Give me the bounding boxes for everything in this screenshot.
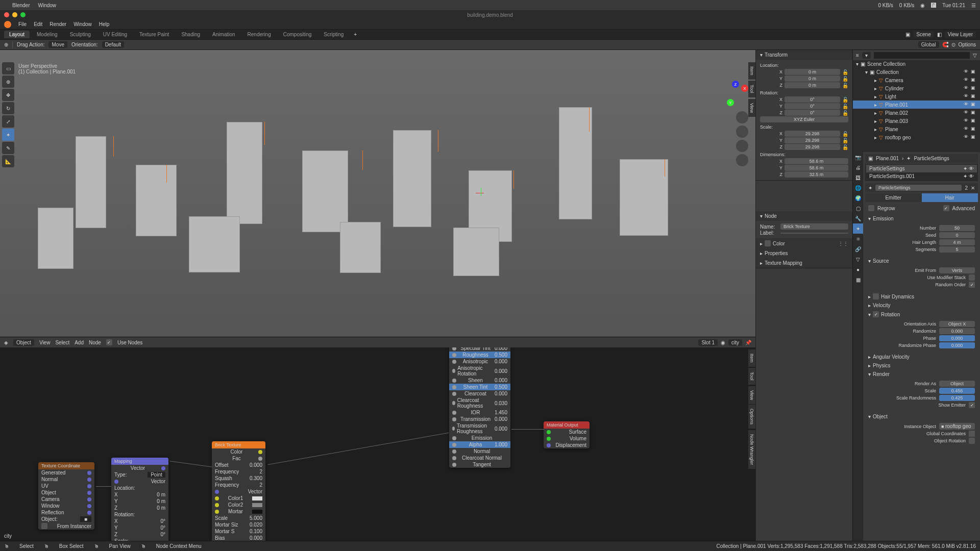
close-icon[interactable] (4, 12, 9, 17)
nav-gizmo[interactable]: X Y Z (723, 81, 748, 106)
dim-y[interactable]: 58.6 m (785, 165, 848, 171)
tab-modeling[interactable]: Modeling (32, 31, 63, 38)
menu-view[interactable]: View (39, 340, 51, 345)
axis-y-icon[interactable]: Y (727, 99, 734, 106)
hair-tab[interactable]: Hair (922, 193, 978, 202)
texmap-subpanel[interactable]: ▸ Texture Mapping (756, 258, 852, 268)
emitter-tab[interactable]: Emitter (865, 193, 922, 202)
scale-tool[interactable]: ⤢ (2, 115, 14, 128)
transform-tool[interactable]: ✦ (2, 129, 14, 141)
tab-constraints[interactable]: 🔗 (853, 244, 863, 254)
dim-x[interactable]: 58.6 m (785, 158, 848, 164)
pin-icon[interactable]: 📌 (745, 340, 751, 345)
pan-icon[interactable] (736, 126, 748, 138)
n-tab-tool[interactable]: Tool (748, 81, 755, 97)
render-scale-field[interactable]: 0.456 (939, 388, 975, 394)
tree-item[interactable]: ▸▽Plane.002👁▣ (853, 109, 980, 117)
phase-field[interactable]: 0.000 (939, 335, 975, 341)
add-workspace-icon[interactable]: + (351, 32, 360, 37)
tab-compositing[interactable]: Compositing (278, 31, 317, 38)
tab-texture[interactable]: ▦ (853, 274, 863, 285)
node-canvas[interactable]: Texture Coordinate Generated Normal UV O… (0, 347, 755, 541)
tab-sculpting[interactable]: Sculpting (65, 31, 96, 38)
node-principled[interactable]: Specular Tint0.000Roughness0.500Anisotro… (449, 347, 510, 468)
physics-section[interactable]: ▸ Physics (865, 361, 978, 370)
menu-select[interactable]: Select (55, 340, 69, 345)
cursor-icon[interactable]: ⊕ (4, 42, 8, 47)
node-brick-texture[interactable]: Brick Texture Color Fac Offset0.000 Freq… (212, 441, 265, 541)
rotation-mode[interactable]: XYZ Euler (760, 116, 848, 122)
tab-material[interactable]: ● (853, 264, 863, 274)
shader-type[interactable]: Object (13, 339, 34, 346)
material-dropdown[interactable]: city (728, 339, 742, 346)
render-section[interactable]: ▾ Render (865, 370, 978, 379)
tab-scripting[interactable]: Scripting (318, 31, 349, 38)
node-texture-coordinate[interactable]: Texture Coordinate Generated Normal UV O… (38, 462, 94, 530)
advanced-checkbox[interactable] (943, 205, 949, 211)
axis-z-icon[interactable]: Z (732, 81, 739, 88)
n-tab-tool[interactable]: Tool (748, 368, 755, 385)
tab-shading[interactable]: Shading (176, 31, 205, 38)
tab-output[interactable]: 🖨 (853, 162, 863, 172)
n-tab-item[interactable]: Item (748, 349, 755, 367)
use-nodes-checkbox[interactable] (106, 339, 112, 345)
tab-object[interactable]: ▢ (853, 203, 863, 213)
scale-x[interactable]: 29.298 (785, 131, 840, 137)
3d-viewport[interactable]: ⬚ Object Mode View Select Add Object ◐ ⊕… (0, 50, 755, 337)
lock-icon[interactable]: 🔓 (842, 69, 848, 75)
viewport-canvas[interactable] (0, 50, 755, 337)
menubar-icon[interactable]: 🅿 (931, 3, 936, 8)
randomize-field[interactable]: 0.000 (939, 328, 975, 334)
rot-x[interactable]: 0° (785, 96, 840, 103)
snap-icon[interactable]: 🧲 (942, 42, 948, 47)
measure-tool[interactable]: 📐 (2, 155, 14, 167)
tree-item[interactable]: ▸▽Cylinder👁▣ (853, 84, 980, 92)
blender-icon[interactable] (4, 21, 11, 28)
axis-x-icon[interactable]: X (741, 85, 748, 92)
lock-icon[interactable]: 🔓 (842, 110, 848, 116)
hair-length-field[interactable]: 4 m (939, 239, 975, 245)
tab-animation[interactable]: Animation (207, 31, 240, 38)
select-tool[interactable]: ▭ (2, 62, 14, 74)
source-section[interactable]: ▾ Source (865, 257, 978, 265)
properties-subpanel[interactable]: ▸ Properties (756, 248, 852, 258)
menubar-icon[interactable]: ◉ (920, 3, 925, 8)
node-mapping[interactable]: Mapping Vector Type:Point Vector Locatio… (111, 458, 168, 541)
regrow-checkbox[interactable] (868, 205, 874, 211)
tree-item[interactable]: ▸▽Plane.001👁▣ (853, 101, 980, 109)
zoom-icon[interactable] (736, 111, 748, 123)
tab-particles[interactable]: ✦ (853, 223, 863, 234)
lock-icon[interactable]: 🔓 (842, 104, 848, 109)
lock-icon[interactable]: 🔓 (842, 76, 848, 82)
seed-field[interactable]: 0 (939, 232, 975, 238)
node-label-field[interactable] (780, 233, 848, 234)
tree-item[interactable]: ▸▽Plane👁▣ (853, 125, 980, 133)
cursor-tool[interactable]: ⊕ (2, 76, 14, 88)
n-tab-view[interactable]: View (748, 386, 755, 404)
menu-file[interactable]: File (18, 21, 27, 27)
scale-y[interactable]: 29.298 (785, 137, 840, 143)
node-editor[interactable]: ◈ Object View Select Add Node Use Nodes … (0, 337, 755, 541)
unlink-icon[interactable]: ✕ (971, 185, 975, 191)
menu-window[interactable]: Window (74, 21, 92, 27)
tree-item[interactable]: ▸▽Camera👁▣ (853, 76, 980, 84)
use-modifier-checkbox[interactable] (969, 274, 975, 281)
maximize-icon[interactable] (20, 12, 26, 17)
list-item[interactable]: ParticleSettings✦ 👁 (866, 165, 977, 172)
color-subpanel[interactable]: ▸ Color⋮⋮ (756, 238, 852, 248)
tab-viewlayer[interactable]: 🖼 (853, 172, 863, 183)
menu-edit[interactable]: Edit (34, 21, 42, 27)
editor-type-icon[interactable]: ≡ (856, 53, 859, 58)
tab-texture-paint[interactable]: Texture Paint (134, 31, 174, 38)
tab-world[interactable]: 🌍 (853, 193, 863, 203)
n-tab-view[interactable]: View (748, 99, 755, 117)
n-tab-node-wrangler[interactable]: Node Wrangler (748, 430, 755, 469)
annotate-tool[interactable]: ✎ (2, 142, 14, 154)
drag-action-dropdown[interactable]: Move (48, 41, 67, 48)
tab-uv[interactable]: UV Editing (98, 31, 132, 38)
window-menu[interactable]: Window (38, 3, 56, 8)
tab-data[interactable]: ▽ (853, 254, 863, 264)
node-name-field[interactable]: Brick Texture (780, 223, 848, 230)
loc-x[interactable]: 0 m (785, 69, 840, 75)
lock-icon[interactable]: 🔓 (842, 131, 848, 137)
